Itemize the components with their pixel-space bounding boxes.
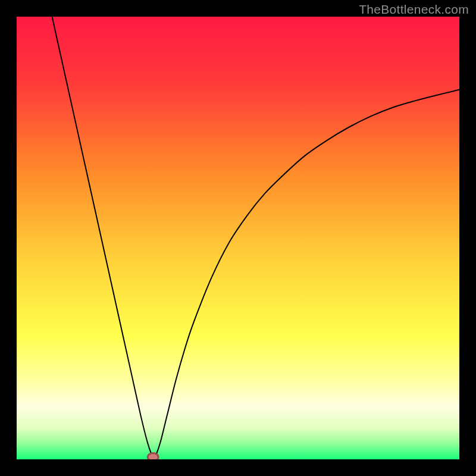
chart-background	[17, 17, 459, 459]
chart-svg	[17, 17, 459, 459]
watermark-text: TheBottleneck.com	[359, 2, 469, 17]
optimal-point-marker	[148, 453, 158, 459]
chart-stage: TheBottleneck.com	[0, 0, 476, 476]
plot-area	[17, 17, 459, 459]
